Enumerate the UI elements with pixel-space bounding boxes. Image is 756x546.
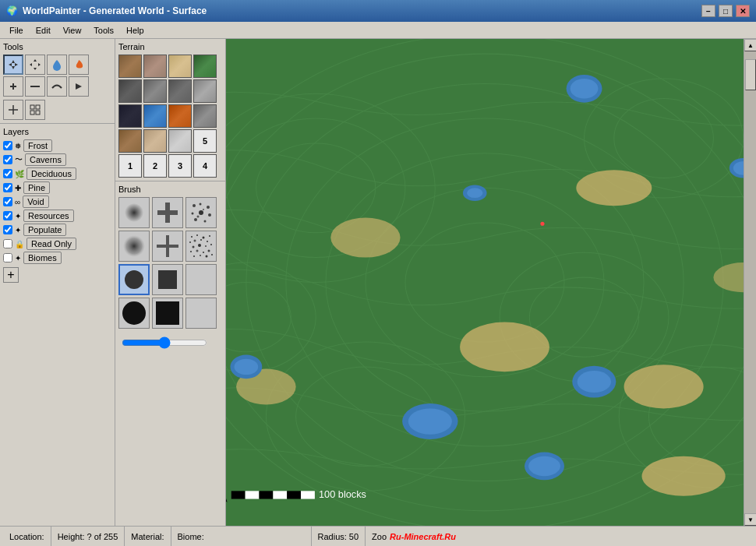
svg-point-14 — [207, 206, 210, 209]
terrain-light-gray[interactable] — [168, 129, 192, 153]
brush-size-row — [118, 333, 222, 349]
brush-cross-small[interactable] — [152, 197, 183, 228]
layer-deciduous-button[interactable]: Deciduous — [26, 167, 76, 180]
tool-grid[interactable] — [25, 100, 45, 120]
terrain-lava[interactable] — [168, 104, 192, 128]
menu-help[interactable]: Help — [120, 24, 150, 37]
layer-biomes-checkbox[interactable] — [3, 253, 12, 262]
layer-readonly-checkbox[interactable] — [3, 239, 12, 248]
minimize-button[interactable]: − — [701, 5, 715, 17]
scroll-up-button[interactable]: ▲ — [744, 39, 756, 51]
close-button[interactable]: ✕ — [736, 5, 750, 17]
svg-point-90 — [408, 408, 452, 434]
brush-square-hard[interactable] — [152, 264, 183, 295]
layer-readonly-button[interactable]: Read Only — [26, 238, 76, 250]
svg-point-22 — [123, 235, 145, 257]
map-canvas: N 100 blocks — [226, 39, 744, 526]
svg-rect-102 — [231, 491, 246, 498]
terrain-num5[interactable]: 5 — [193, 129, 217, 153]
svg-point-33 — [193, 246, 195, 248]
map-area[interactable]: N 100 blocks — [226, 39, 744, 526]
add-layer-button[interactable]: + — [3, 267, 19, 283]
brush-circle-large[interactable] — [118, 298, 150, 329]
terrain-dirt[interactable] — [118, 55, 142, 78]
svg-point-27 — [203, 237, 205, 239]
maximize-button[interactable]: □ — [719, 5, 733, 17]
brush-scattered-small[interactable] — [185, 197, 217, 228]
terrain-sand[interactable] — [168, 55, 192, 78]
terrain-grass2[interactable] — [193, 55, 217, 78]
tool-scroll[interactable] — [25, 55, 45, 75]
layer-void-button[interactable]: Void — [23, 196, 48, 208]
layer-readonly: 🔒 Read Only — [3, 238, 111, 250]
layer-pine-button[interactable]: Pine — [23, 181, 50, 194]
brush-size-slider[interactable] — [122, 336, 207, 349]
layer-pine-checkbox[interactable] — [3, 183, 12, 192]
layer-resources-button[interactable]: Resources — [23, 210, 74, 222]
layer-void-checkbox[interactable] — [3, 197, 12, 206]
brush-square-large[interactable] — [152, 298, 183, 329]
scroll-down-button[interactable]: ▼ — [744, 513, 756, 526]
tool-move[interactable] — [3, 76, 23, 97]
layer-caverns-button[interactable]: Caverns — [25, 153, 66, 166]
terrain-cobble[interactable] — [143, 79, 167, 103]
terrain-light-sand[interactable] — [143, 129, 167, 153]
brush-cross-medium[interactable] — [152, 231, 183, 262]
layer-frost-button[interactable]: Frost — [23, 139, 52, 152]
terrain-obsidian[interactable] — [118, 104, 142, 128]
tool-crosshair[interactable] — [3, 100, 23, 120]
brush-empty[interactable] — [185, 264, 217, 295]
tool-arrow[interactable] — [69, 76, 89, 97]
brush-empty2[interactable] — [185, 298, 217, 329]
layer-deciduous-checkbox[interactable] — [3, 169, 12, 178]
tool-line[interactable] — [25, 76, 45, 97]
svg-point-42 — [200, 255, 201, 256]
svg-point-41 — [193, 255, 195, 257]
svg-rect-24 — [157, 245, 178, 248]
layer-frost-checkbox[interactable] — [3, 141, 12, 150]
layer-populate-checkbox[interactable] — [3, 225, 12, 234]
brush-soft-small[interactable] — [118, 197, 150, 228]
terrain-gray[interactable] — [193, 104, 217, 128]
layer-populate: ✦ Populate — [3, 224, 111, 236]
menu-tools[interactable]: Tools — [87, 24, 120, 37]
status-height: Height: ? of 255 — [51, 527, 125, 546]
terrain-brown[interactable] — [118, 129, 142, 153]
layer-biomes-button[interactable]: Biomes — [23, 252, 62, 264]
tool-paint-water[interactable] — [47, 55, 67, 75]
terrain-water[interactable] — [143, 104, 167, 128]
layer-resources-checkbox[interactable] — [3, 211, 12, 220]
terrain-deepstone[interactable] — [168, 79, 192, 103]
menu-edit[interactable]: Edit — [30, 24, 57, 37]
scroll-track[interactable] — [744, 51, 756, 513]
tool-smooth[interactable] — [47, 76, 67, 97]
layer-caverns: 〜 Caverns — [3, 153, 111, 166]
brush-soft-medium[interactable] — [118, 231, 150, 262]
svg-point-38 — [196, 250, 199, 252]
menu-file[interactable]: File — [3, 24, 30, 37]
menu-view[interactable]: View — [57, 24, 88, 37]
svg-point-35 — [205, 245, 207, 247]
svg-point-74 — [576, 170, 652, 206]
layer-populate-button[interactable]: Populate — [23, 224, 66, 236]
scroll-thumb[interactable] — [745, 59, 756, 90]
svg-point-21 — [197, 216, 200, 218]
brush-noise[interactable] — [185, 231, 217, 262]
terrain-gravel[interactable] — [193, 79, 217, 103]
tool-navigate[interactable] — [3, 55, 23, 75]
terrain-num2[interactable]: 2 — [143, 154, 167, 178]
terrain-num3[interactable]: 3 — [168, 154, 192, 178]
terrain-num4[interactable]: 4 — [193, 154, 217, 178]
tool-fire[interactable] — [69, 55, 89, 75]
extra-tools — [3, 100, 111, 120]
layer-frost: ❅ Frost — [3, 139, 111, 152]
svg-point-96 — [235, 359, 259, 375]
terrain-num1[interactable]: 1 — [118, 154, 142, 178]
brush-circle-hard[interactable] — [118, 264, 150, 295]
svg-point-26 — [196, 234, 198, 236]
brush-section-label: Brush — [118, 185, 222, 194]
terrain-stone[interactable] — [118, 79, 142, 103]
terrain-grass[interactable] — [143, 55, 167, 78]
svg-point-30 — [194, 240, 196, 242]
layer-caverns-checkbox[interactable] — [3, 155, 12, 164]
